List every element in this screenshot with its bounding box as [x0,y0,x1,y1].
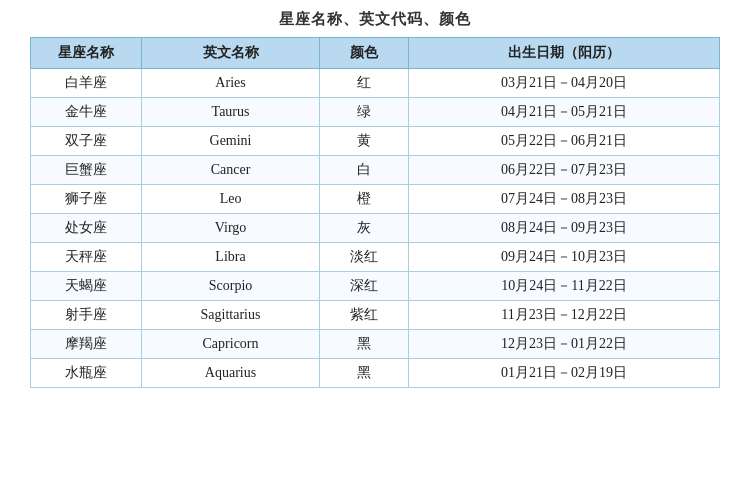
table-row: 水瓶座Aquarius黑01月21日－02月19日 [31,359,720,388]
cell-chinese: 金牛座 [31,98,142,127]
cell-color: 灰 [319,214,408,243]
cell-color: 黑 [319,330,408,359]
cell-color: 橙 [319,185,408,214]
table-row: 白羊座Aries红03月21日－04月20日 [31,69,720,98]
cell-color: 绿 [319,98,408,127]
header-col4: 出生日期（阳历） [408,38,719,69]
cell-chinese: 天蝎座 [31,272,142,301]
cell-chinese: 双子座 [31,127,142,156]
cell-date: 03月21日－04月20日 [408,69,719,98]
cell-chinese: 天秤座 [31,243,142,272]
cell-date: 11月23日－12月22日 [408,301,719,330]
page-wrapper: 星座名称、英文代码、颜色 星座名称 英文名称 颜色 出生日期（阳历） 白羊座Ar… [0,0,750,500]
cell-chinese: 射手座 [31,301,142,330]
cell-date: 07月24日－08月23日 [408,185,719,214]
table-row: 摩羯座Capricorn黑12月23日－01月22日 [31,330,720,359]
cell-color: 白 [319,156,408,185]
table-row: 巨蟹座Cancer白06月22日－07月23日 [31,156,720,185]
table-row: 狮子座Leo橙07月24日－08月23日 [31,185,720,214]
cell-english: Libra [142,243,320,272]
table-row: 射手座Sagittarius紫红11月23日－12月22日 [31,301,720,330]
header-col3: 颜色 [319,38,408,69]
cell-english: Taurus [142,98,320,127]
cell-english: Virgo [142,214,320,243]
cell-date: 06月22日－07月23日 [408,156,719,185]
header-col1: 星座名称 [31,38,142,69]
table-row: 处女座Virgo灰08月24日－09月23日 [31,214,720,243]
cell-chinese: 摩羯座 [31,330,142,359]
cell-chinese: 处女座 [31,214,142,243]
zodiac-table: 星座名称 英文名称 颜色 出生日期（阳历） 白羊座Aries红03月21日－04… [30,37,720,388]
cell-chinese: 狮子座 [31,185,142,214]
cell-english: Capricorn [142,330,320,359]
cell-english: Sagittarius [142,301,320,330]
table-row: 天秤座Libra淡红09月24日－10月23日 [31,243,720,272]
cell-date: 05月22日－06月21日 [408,127,719,156]
cell-color: 淡红 [319,243,408,272]
header-col2: 英文名称 [142,38,320,69]
table-row: 双子座Gemini黄05月22日－06月21日 [31,127,720,156]
cell-date: 04月21日－05月21日 [408,98,719,127]
cell-color: 深红 [319,272,408,301]
cell-date: 08月24日－09月23日 [408,214,719,243]
cell-color: 紫红 [319,301,408,330]
cell-english: Aquarius [142,359,320,388]
cell-date: 12月23日－01月22日 [408,330,719,359]
cell-english: Gemini [142,127,320,156]
cell-date: 01月21日－02月19日 [408,359,719,388]
cell-chinese: 巨蟹座 [31,156,142,185]
cell-chinese: 白羊座 [31,69,142,98]
cell-date: 10月24日－11月22日 [408,272,719,301]
cell-english: Aries [142,69,320,98]
cell-date: 09月24日－10月23日 [408,243,719,272]
cell-color: 黄 [319,127,408,156]
table-row: 金牛座Taurus绿04月21日－05月21日 [31,98,720,127]
table-header-row: 星座名称 英文名称 颜色 出生日期（阳历） [31,38,720,69]
cell-english: Leo [142,185,320,214]
page-title: 星座名称、英文代码、颜色 [279,10,471,29]
cell-chinese: 水瓶座 [31,359,142,388]
cell-english: Scorpio [142,272,320,301]
cell-color: 黑 [319,359,408,388]
cell-english: Cancer [142,156,320,185]
table-row: 天蝎座Scorpio深红10月24日－11月22日 [31,272,720,301]
cell-color: 红 [319,69,408,98]
